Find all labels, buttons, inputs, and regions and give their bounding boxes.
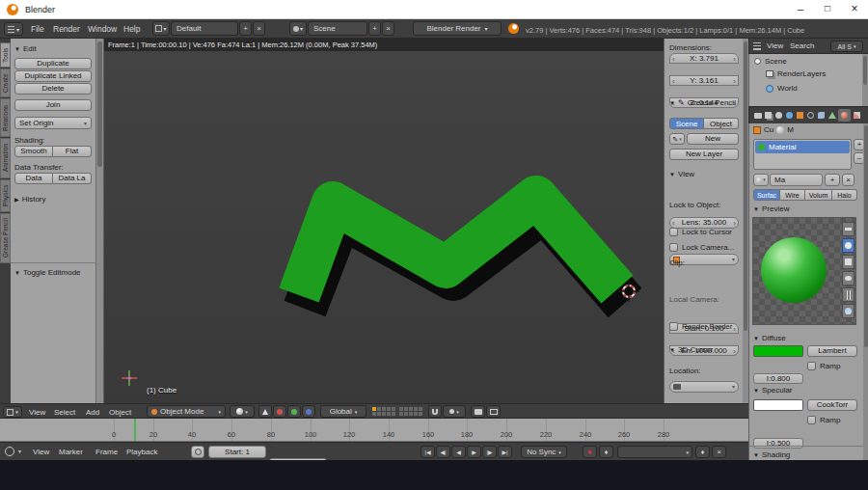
scrollbar-thumb[interactable]	[863, 56, 867, 85]
delete-layout-button[interactable]: ×	[253, 21, 265, 36]
shade-smooth-button[interactable]: Smooth	[14, 146, 53, 157]
preview-panel-header[interactable]: ▼ Preview	[753, 204, 789, 213]
diffuse-ramp-checkbox[interactable]: Ramp	[807, 362, 840, 370]
material-type-halo[interactable]: Halo	[832, 189, 857, 201]
unlink-material-button[interactable]: ×	[842, 174, 854, 186]
outliner-item-scene[interactable]: Scene	[754, 57, 787, 66]
layer-dot[interactable]	[387, 407, 391, 411]
outliner-display-filter-dropdown[interactable]: All S ▾	[830, 41, 863, 52]
diffuse-shader-dropdown[interactable]: Lambert	[807, 345, 857, 357]
preview-type-monkey-button[interactable]	[842, 271, 854, 286]
material-tab-active[interactable]	[838, 109, 851, 122]
mesh-data-tab-icon[interactable]	[828, 112, 836, 119]
menu-window[interactable]: Window	[88, 24, 117, 34]
lock-camera-checkbox[interactable]: Lock Camera...	[669, 243, 734, 252]
layer-dot[interactable]	[409, 412, 413, 416]
diffuse-intensity-slider[interactable]: I:0.800	[753, 373, 803, 384]
play-button[interactable]: ▶	[467, 446, 481, 458]
viewport-canvas[interactable]	[104, 39, 664, 403]
scene-browse-button[interactable]: ▾	[289, 21, 307, 36]
layer-dot[interactable]	[414, 407, 418, 411]
data-transfer-data-button[interactable]: Data	[14, 173, 53, 184]
gp-scene-toggle[interactable]: Scene	[669, 118, 704, 129]
layer-dot[interactable]	[392, 412, 395, 416]
menu-render[interactable]: Render	[53, 24, 80, 34]
layer-dot[interactable]	[382, 407, 386, 411]
outliner-menu-search[interactable]: Search	[790, 41, 814, 50]
timeline-menu-playback[interactable]: Playback	[126, 448, 157, 456]
new-material-button[interactable]: +	[825, 174, 840, 186]
manipulator-pointer-button[interactable]	[258, 405, 272, 418]
modifiers-tab-icon[interactable]	[818, 112, 825, 119]
delete-button[interactable]: Delete	[14, 83, 92, 95]
render-layers-tab-icon[interactable]	[765, 112, 772, 119]
layer-dot[interactable]	[414, 412, 418, 416]
gp-draw-mode-dropdown[interactable]: ✎▾	[669, 133, 685, 145]
keying-remove-button[interactable]: ×	[712, 446, 726, 458]
timeline-ruler[interactable]: 0 20 40 60 80 100 120 140 160 180 200 22…	[0, 419, 748, 442]
outliner-editor-icon[interactable]	[753, 42, 761, 50]
viewport-3d[interactable]: Frame:1 | Time:00:00.10 | Ve:476 Fa:474 …	[104, 39, 664, 403]
current-frame-line[interactable]	[134, 419, 136, 442]
mode-dropdown[interactable]: Object Mode ▾	[147, 405, 226, 418]
material-type-volume[interactable]: Volum	[805, 189, 832, 201]
object-tab-icon[interactable]	[797, 112, 803, 119]
cursor-3d-panel-header[interactable]: ▼ 3D Cursor	[669, 345, 713, 354]
constraints-tab-icon[interactable]	[807, 112, 814, 119]
layer-dot[interactable]	[377, 412, 381, 416]
breadcrumb-object[interactable]: Cu	[764, 125, 773, 134]
preview-type-flat-button[interactable]	[842, 222, 854, 236]
specular-shader-dropdown[interactable]: CookTorr	[807, 399, 857, 411]
preview-type-cube-button[interactable]	[842, 255, 854, 269]
timeline-menu-frame[interactable]: Frame	[95, 448, 118, 456]
frame-start-field[interactable]: Start: 1	[208, 446, 266, 458]
scrollbar-thumb[interactable]	[97, 41, 102, 167]
breadcrumb-material[interactable]: M	[787, 125, 794, 134]
sync-mode-dropdown[interactable]: No Sync ▾	[521, 446, 567, 458]
layer-dot[interactable]	[377, 407, 381, 411]
layer-dot[interactable]	[392, 407, 395, 411]
specular-color-swatch[interactable]	[753, 399, 803, 411]
keying-add-button[interactable]: ♦	[695, 446, 710, 458]
menu-help[interactable]: Help	[123, 24, 140, 34]
use-preview-range-button[interactable]	[191, 446, 204, 458]
viewport-editor-type-dropdown[interactable]: ▾	[3, 406, 22, 418]
viewport-menu-select[interactable]: Select	[54, 408, 75, 417]
dimension-x-field[interactable]: ‹X: 3.791›	[669, 53, 739, 64]
gp-object-toggle[interactable]: Object	[704, 118, 739, 129]
material-browse-dropdown[interactable]: ▾	[753, 174, 769, 186]
layer-dot-active[interactable]	[372, 407, 376, 411]
timeline-menu-marker[interactable]: Marker	[59, 448, 83, 456]
close-button[interactable]: ×	[841, 0, 868, 19]
layer-dot[interactable]	[419, 407, 422, 411]
jump-to-end-button[interactable]: ▶|	[498, 446, 512, 458]
set-origin-dropdown[interactable]: Set Origin ▾	[14, 117, 92, 129]
duplicate-button[interactable]: Duplicate	[14, 58, 92, 69]
gp-new-button[interactable]: New	[687, 133, 739, 145]
shading-panel-header[interactable]: ▼ Shading	[753, 450, 790, 459]
render-tab-icon[interactable]	[754, 113, 762, 119]
material-type-wire[interactable]: Wire	[780, 189, 805, 201]
material-type-surface[interactable]: Surfac	[753, 189, 780, 201]
outliner-scrollbar[interactable]	[862, 54, 868, 106]
timeline-editor-icon[interactable]	[5, 447, 14, 456]
layer-dot[interactable]	[382, 412, 386, 416]
layer-dot[interactable]	[404, 412, 408, 416]
world-tab-icon[interactable]	[786, 112, 793, 119]
keying-set-field[interactable]: ▾	[617, 446, 692, 458]
preview-type-world-button[interactable]	[842, 304, 854, 318]
viewport-menu-view[interactable]: View	[29, 408, 45, 417]
tool-tab-grease-pencil[interactable]: Grease Pencil	[0, 213, 11, 263]
layer-dot[interactable]	[399, 407, 403, 411]
manipulator-translate-button[interactable]	[273, 405, 286, 418]
screen-layout-browse-button[interactable]: ▾	[152, 21, 170, 36]
shade-flat-button[interactable]: Flat	[53, 146, 92, 157]
maximize-button[interactable]: □	[814, 0, 841, 19]
layer-dot[interactable]	[387, 412, 391, 416]
dimension-y-field[interactable]: ‹Y: 3.161›	[669, 75, 739, 86]
outliner-item-renderlayers[interactable]: RenderLayers	[766, 69, 826, 78]
properties-scrollbar[interactable]	[863, 123, 868, 461]
layer-dot[interactable]	[419, 412, 422, 416]
material-name-field[interactable]: Ma	[770, 174, 823, 186]
add-layout-button[interactable]: +	[239, 21, 252, 36]
